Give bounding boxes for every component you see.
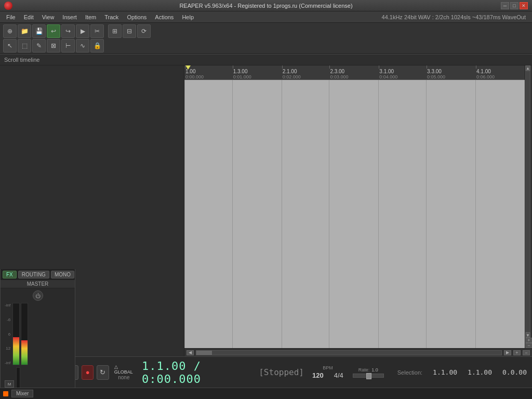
close-button[interactable]: ✕	[520, 2, 528, 9]
timeline-ruler: 1.000:00.0001.3.000:01.0002.1.000:02.000…	[184, 65, 525, 80]
vertical-scrollbar: ▲ ▼ + −	[525, 65, 532, 348]
grid-line	[282, 80, 282, 348]
rate-section: Rate: 1.0	[353, 367, 384, 378]
menu-bar: File Edit View Insert Item Track Options…	[0, 11, 532, 23]
mixer-header: FX ROUTING MONO	[1, 269, 75, 280]
menu-options[interactable]: Options	[123, 11, 151, 22]
mono-button[interactable]: MONO	[51, 271, 74, 278]
grid-line	[475, 80, 476, 348]
mixer-tab[interactable]: Mixer	[11, 390, 33, 397]
scroll-left-button[interactable]: ◀	[187, 350, 194, 355]
global-value: none	[118, 375, 129, 380]
playback-status: [Stopped]	[259, 367, 304, 377]
time-display: 1.1.00 / 0:00.000	[142, 360, 245, 385]
v-scrollbar-track[interactable]	[525, 71, 530, 332]
selection-label: Selection:	[397, 369, 422, 376]
rate-slider[interactable]	[353, 374, 384, 378]
right-meter-fill	[21, 340, 28, 365]
menu-track[interactable]: Track	[100, 11, 123, 22]
tb-render[interactable]: ▶	[76, 24, 89, 38]
routing-button[interactable]: ROUTING	[18, 271, 49, 278]
meter-area: -inf -6 6 12 -inf	[3, 303, 73, 365]
minimize-button[interactable]: ─	[501, 2, 509, 9]
mixer-panel: FX ROUTING MONO MASTER ⏻ -inf -6 6 12 -i…	[0, 269, 75, 399]
left-meter	[12, 303, 20, 365]
horizontal-scrollbar: ◀ ▶ + −	[184, 348, 532, 356]
menu-help[interactable]: Help	[178, 11, 198, 22]
repeat-button[interactable]: ↻	[97, 365, 109, 380]
h-scrollbar-thumb[interactable]	[196, 351, 212, 355]
master-label: MASTER	[1, 280, 75, 288]
global-icon: △ GLOBAL	[114, 364, 134, 375]
selection-section: Selection: 1.1.00 1.1.00 0.0.00	[397, 368, 527, 376]
bpm-label: BPM	[323, 365, 333, 370]
menu-file[interactable]: File	[2, 11, 20, 22]
tb-cut[interactable]: ✂	[90, 24, 104, 38]
tb-redo[interactable]: ↪	[61, 24, 75, 38]
tb-eraser[interactable]: ⊠	[47, 39, 60, 52]
menu-actions[interactable]: Actions	[151, 11, 178, 22]
record-button[interactable]: ●	[82, 365, 94, 380]
tb-snap[interactable]: ⊞	[108, 24, 122, 38]
grid-line	[378, 80, 379, 348]
menu-edit[interactable]: Edit	[20, 11, 38, 22]
scroll-down-button[interactable]: ▼	[525, 332, 530, 338]
tb-cursor[interactable]: ↖	[3, 39, 17, 52]
fx-button[interactable]: FX	[3, 271, 17, 278]
selection-length: 0.0.00	[502, 368, 527, 376]
tb-lock[interactable]: 🔒	[90, 39, 104, 52]
grid-line	[184, 80, 185, 348]
tb-save[interactable]: 💾	[32, 24, 46, 38]
zoom-in-button[interactable]: +	[525, 338, 532, 343]
menu-view[interactable]: View	[38, 11, 59, 22]
ruler-mark: 1.000:00.000	[184, 65, 204, 79]
time-signature[interactable]: 4/4	[334, 371, 343, 379]
title-bar: REAPER v5.963/x64 - Registered to 1progs…	[0, 0, 532, 11]
tb-trim[interactable]: ⊢	[61, 39, 75, 52]
grid-line	[426, 80, 427, 348]
status-indicator[interactable]	[3, 391, 8, 396]
h-scrollbar-track[interactable]	[196, 350, 502, 355]
maximize-button[interactable]: □	[510, 2, 518, 9]
menu-item[interactable]: Item	[81, 11, 100, 22]
ruler-mark: 4.1.000:06.000	[475, 65, 495, 79]
tempo-section: BPM 120 4/4	[312, 365, 343, 379]
audio-info: 44.1kHz 24bit WAV : 2/2ch 1024sls ~43/18…	[382, 14, 530, 20]
selection-end: 1.1.00	[468, 368, 492, 376]
master-channel: ⏻ -inf -6 6 12 -inf M S	[1, 288, 75, 399]
selection-start: 1.1.00	[433, 368, 457, 376]
timeline-area: 1.000:00.0001.3.000:01.0002.1.000:02.000…	[184, 65, 532, 356]
menu-insert[interactable]: Insert	[58, 11, 81, 22]
ruler-mark: 3.1.000:04.000	[378, 65, 397, 79]
track-content[interactable]	[184, 80, 525, 348]
grid-line	[232, 80, 233, 348]
tb-loop[interactable]: ⟳	[137, 24, 151, 38]
transport-bar: ⏮ ⏭ ■ ▶ ⏸ ● ↻ △ GLOBAL none 1.1.00 / 0:0…	[0, 356, 532, 388]
scroll-up-button[interactable]: ▲	[525, 65, 530, 71]
ruler-mark: 3.3.000:05.000	[426, 65, 445, 79]
left-meter-fill	[13, 337, 19, 365]
ruler-mark: 1.3.000:01.000	[232, 65, 251, 79]
scroll-right-button[interactable]: ▶	[504, 350, 511, 355]
grid-line	[329, 80, 329, 348]
tb-new-project[interactable]: ⊕	[3, 24, 17, 38]
tb-grid[interactable]: ⊟	[123, 24, 136, 38]
master-power-button[interactable]: ⏻	[33, 290, 43, 301]
h-zoom-in-button[interactable]: +	[513, 350, 521, 355]
tb-undo[interactable]: ↩	[47, 24, 60, 38]
tb-env[interactable]: ∿	[76, 39, 89, 52]
tb-select[interactable]: ⬚	[18, 39, 31, 52]
rate-slider-thumb	[366, 373, 371, 379]
rate-label: Rate:	[358, 367, 370, 373]
ruler-mark: 2.1.000:02.000	[282, 65, 301, 79]
rate-value: 1.0	[371, 367, 378, 373]
h-zoom-out-button[interactable]: −	[523, 350, 530, 355]
global-section: △ GLOBAL none	[114, 364, 134, 380]
tb-pencil[interactable]: ✎	[32, 39, 46, 52]
tb-open[interactable]: 📁	[18, 24, 31, 38]
zoom-out-button[interactable]: −	[525, 343, 532, 348]
mute-button[interactable]: M	[5, 380, 14, 388]
meter-labels: -inf -6 6 12 -inf	[5, 303, 10, 365]
bpm-value[interactable]: 120	[312, 371, 324, 379]
toolbar: ⊕ 📁 💾 ↩ ↪ ▶ ✂ ⊞ ⊟ ⟳ ↖ ⬚ ✎ ⊠ ⊢ ∿ 🔒	[0, 23, 532, 54]
